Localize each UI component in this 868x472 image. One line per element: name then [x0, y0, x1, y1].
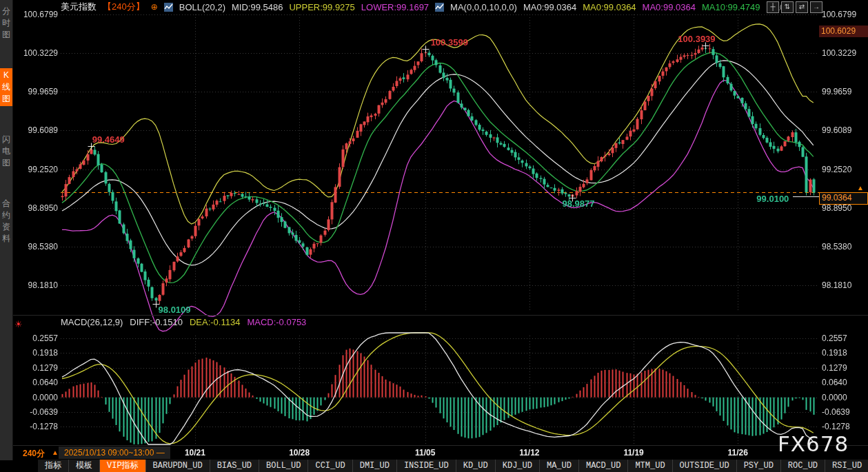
- symbol-name: 美元指数: [61, 1, 97, 13]
- macd-hist-value: MACD:-0.0753: [247, 317, 306, 328]
- date-label: 11/12: [514, 448, 545, 458]
- axis-tick-label: -0.1278: [822, 422, 867, 431]
- toolbar-item-PSY_UD[interactable]: PSY_UD: [737, 460, 781, 472]
- axis-tick-label: 98.5380: [11, 242, 58, 252]
- sidebar-item-3[interactable]: 合约资料: [0, 196, 12, 246]
- toolbar-item-BARUPDN_UD[interactable]: BARUPDN_UD: [146, 460, 210, 472]
- boll-mid-value: MID:99.5486: [232, 2, 283, 12]
- boll-upper-value: UPPER:99.9275: [289, 2, 354, 12]
- macd-header: MACD(26,12,9) DIFF:-0.1510 DEA:-0.1134 M…: [61, 317, 306, 328]
- app-window: 分时图K线图闪电图合约资料 美元指数 【240分】 ⊕ BOLL(20,2) M…: [0, 0, 868, 472]
- price-annotation: 99.4649: [92, 134, 125, 145]
- circle-plus-icon[interactable]: ⊕: [151, 2, 158, 12]
- toolbar-item-MTM_UD[interactable]: MTM_UD: [628, 460, 672, 472]
- boll-lower-value: LOWER:99.1697: [361, 2, 429, 12]
- sidebar-item-2[interactable]: 闪电图: [0, 132, 12, 170]
- axis-tick-label: 0.1918: [11, 348, 58, 358]
- axis-tick-label: 100.3229: [822, 48, 867, 58]
- left-sidebar: 分时图K线图闪电图合约资料: [0, 0, 13, 460]
- session-high-marker: 100.6029: [819, 25, 868, 37]
- price-up-arrow-icon: ▲: [857, 184, 864, 192]
- toolbar-item-BIAS_UD[interactable]: BIAS_UD: [210, 460, 259, 472]
- axis-tick-label: 0.1279: [11, 363, 58, 373]
- ma-values: MA0:99.0364MA0:99.0364MA0:99.0364MA10:99…: [523, 2, 792, 12]
- toolbar-item-MACD_UD[interactable]: MACD_UD: [579, 460, 628, 472]
- price-annotation: 98.0109: [159, 305, 191, 315]
- axis-tick-label: -0.0639: [822, 407, 867, 417]
- crosshair-icon[interactable]: ┼: [767, 1, 779, 13]
- axis-tick-label: 0.1918: [822, 348, 867, 358]
- toolbar-item-DMI_UD[interactable]: DMI_UD: [353, 460, 397, 472]
- period-label[interactable]: 【240分】: [103, 1, 145, 13]
- toolbar-item-VIP指标[interactable]: VIP指标: [100, 460, 146, 472]
- first-bar-session[interactable]: 2025/10/13 09:00~13:00 —: [59, 447, 170, 459]
- axis-tick-label: 99.6089: [822, 125, 867, 135]
- indicator-toolbar: 指标模板VIP指标BARUPDN_UDBIAS_UDBOLL_UDCCI_UDD…: [38, 460, 868, 472]
- date-label: 11/26: [723, 448, 753, 458]
- date-label: 11/05: [410, 448, 441, 458]
- watermark-logo: FX678: [778, 431, 849, 456]
- axis-tick-label: 98.5380: [822, 242, 867, 252]
- axis-tick-label: 98.1810: [11, 280, 58, 290]
- axis-tick-label: -0.1278: [11, 422, 58, 431]
- price-annotation: 100.3599: [431, 37, 468, 48]
- axis-tick-label: 0.0640: [822, 378, 867, 387]
- price-annotation: 98.9877: [562, 198, 594, 209]
- toolbar-item-KDJ_UD[interactable]: KDJ_UD: [496, 460, 540, 472]
- date-label: 10/21: [180, 448, 210, 458]
- macd-dea-value: DEA:-0.1134: [190, 317, 240, 328]
- date-label: 10/28: [284, 448, 314, 458]
- ma-value-1: MA0:99.0364: [583, 2, 636, 12]
- toolbar-item-RSI_UD[interactable]: RSI_UD: [825, 460, 868, 472]
- axis-tick-label: -0.0639: [11, 407, 58, 417]
- axis-tick-label: 0.1279: [822, 363, 867, 373]
- axis-tick-label: 100.6799: [822, 10, 867, 19]
- axis-tick-label: 100.3229: [11, 48, 58, 58]
- toolbar-item-模板[interactable]: 模板: [69, 460, 100, 472]
- chart-canvas[interactable]: [0, 0, 868, 472]
- axis-tick-label: 0.2557: [822, 334, 867, 343]
- toolbar-item-OUTSIDE_UD[interactable]: OUTSIDE_UD: [673, 460, 737, 472]
- indicator-chart-icon: [164, 3, 173, 12]
- axis-tick-label: 99.9659: [822, 87, 867, 96]
- macd-diff-value: DIFF:-0.1510: [130, 317, 183, 328]
- toolbar-item-指标[interactable]: 指标: [38, 460, 69, 472]
- ma-value-3: MA10:99.4749: [702, 2, 760, 12]
- period-selector[interactable]: 240分: [23, 448, 45, 460]
- date-label: 11/19: [618, 448, 649, 458]
- axis-tick-label: 0.0640: [11, 378, 58, 387]
- period-up-triangle-icon[interactable]: ▲: [52, 449, 59, 456]
- toolbar-item-KD_UD[interactable]: KD_UD: [456, 460, 496, 472]
- last-price-marker: 99.0364: [819, 192, 868, 205]
- price-annotation: 100.3939: [678, 34, 715, 44]
- price-annotation: 99.0100: [756, 194, 789, 204]
- time-axis-divider: [12, 445, 868, 446]
- macd-label: MACD(26,12,9): [61, 317, 123, 328]
- toolbar-item-MA_UD[interactable]: MA_UD: [540, 460, 579, 472]
- sidebar-item-0[interactable]: 分时图: [0, 4, 12, 42]
- axis-tick-label: 100.6799: [11, 10, 58, 19]
- axis-tick-label: 99.9659: [11, 87, 58, 96]
- boll-label: BOLL(20,2): [179, 2, 225, 12]
- axis-tick-label: 98.1810: [822, 280, 867, 290]
- chart-corner-buttons: ┼⇅⇄→: [767, 1, 822, 13]
- axis-tick-label: 0.0000: [822, 393, 867, 402]
- axis-tick-label: 99.2520: [11, 165, 58, 174]
- axis-tick-label: 99.2520: [822, 165, 867, 174]
- alert-blink-icon[interactable]: ☀: [14, 319, 23, 329]
- toolbar-item-BOLL_UD[interactable]: BOLL_UD: [259, 460, 308, 472]
- toolbar-item-ROC_UD[interactable]: ROC_UD: [781, 460, 825, 472]
- axis-tick-label: 0.0000: [11, 393, 58, 402]
- axis-tick-label: 99.6089: [11, 125, 58, 135]
- axis-tick-label: 98.8950: [822, 203, 867, 213]
- shift-right-icon[interactable]: →: [810, 1, 822, 13]
- fit-vertical-axis-icon[interactable]: ⇅: [781, 1, 794, 13]
- time-axis: 240分 ▲ 2025/10/13 09:00~13:00 — 10/2110/…: [12, 447, 868, 460]
- axis-tick-label: 98.8950: [11, 203, 58, 213]
- toolbar-item-INSIDE_UD[interactable]: INSIDE_UD: [397, 460, 456, 472]
- fit-horizontal-axis-icon[interactable]: ⇄: [796, 1, 808, 13]
- ma-value-2: MA0:99.0364: [643, 2, 696, 12]
- toolbar-item-CCI_UD[interactable]: CCI_UD: [308, 460, 352, 472]
- ma-label: MA(0,0,0,10,0,0): [450, 2, 517, 12]
- sidebar-item-1[interactable]: K线图: [0, 68, 12, 106]
